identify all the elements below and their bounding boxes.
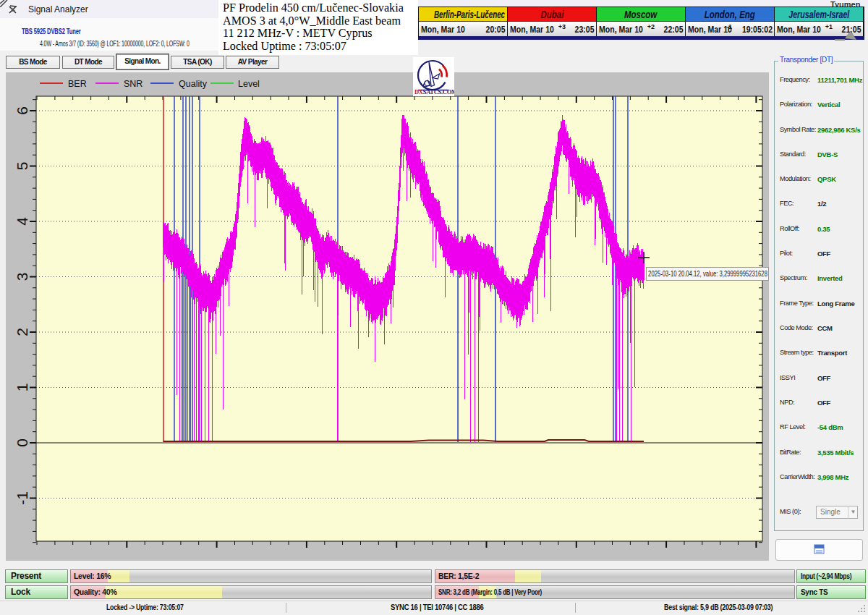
svg-text:-1: -1: [14, 491, 30, 505]
svg-text:BER: BER: [68, 79, 87, 89]
svg-text:3: 3: [14, 273, 30, 281]
svg-text:2: 2: [14, 328, 30, 336]
svg-text:1: 1: [14, 383, 30, 392]
svg-text:4: 4: [14, 217, 30, 226]
svg-text:0: 0: [14, 438, 30, 447]
svg-text:SNR: SNR: [124, 79, 142, 89]
svg-text:Quality: Quality: [179, 79, 208, 89]
svg-text:DXSATCS.COM: DXSATCS.COM: [414, 88, 454, 96]
svg-text:6: 6: [14, 106, 30, 115]
svg-text:5: 5: [14, 162, 30, 171]
svg-text:Level: Level: [238, 79, 260, 89]
